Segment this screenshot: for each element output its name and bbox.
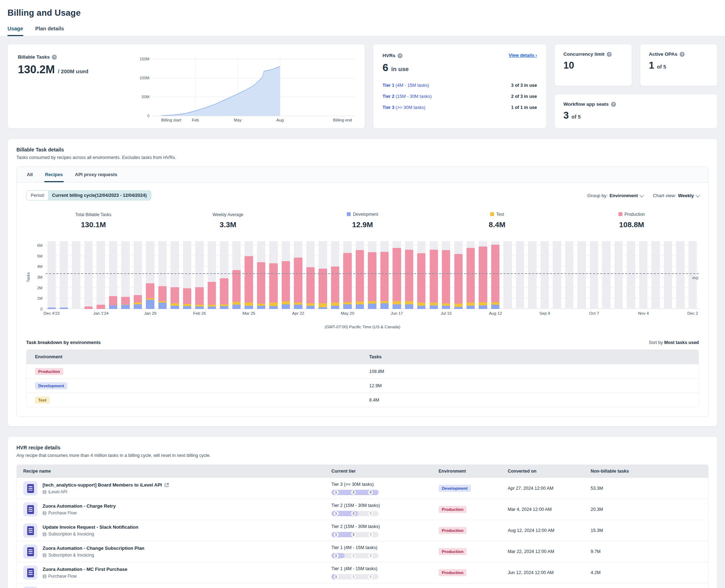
help-icon[interactable]: ? — [607, 52, 612, 57]
external-link-icon[interactable] — [164, 483, 169, 487]
week-background-band — [577, 241, 586, 309]
hvr-tier-link[interactable]: Tier 2 (15M - 30M tasks) — [383, 94, 431, 99]
stacked-bar[interactable] — [195, 287, 203, 309]
tab-all[interactable]: All — [26, 167, 34, 182]
week-slot — [650, 241, 662, 309]
stacked-bar[interactable] — [121, 297, 129, 309]
breakdown-row[interactable]: Development12.9M — [26, 378, 699, 393]
section-title: HVR recipe details — [16, 445, 709, 450]
recipe-table-row[interactable]: Zuora Automation - MC First PurchasePurc… — [17, 562, 708, 583]
stacked-bar[interactable] — [269, 263, 277, 309]
stacked-bar[interactable] — [294, 258, 302, 309]
bar-chart-y-axis: 6M5M4M3M2M1M0 — [33, 241, 45, 309]
stacked-bar[interactable] — [282, 261, 290, 309]
recipe-name-link[interactable]: [tech_analytics-support] Board Members t… — [43, 482, 169, 488]
recipe-name-link[interactable]: Zuora Automation - MC First Purchase — [43, 567, 127, 572]
stacked-bar[interactable] — [134, 295, 142, 309]
stacked-bar[interactable] — [84, 307, 93, 309]
area-chart-y-axis: 150M100M50M0 — [136, 55, 153, 120]
hvr-recipe-table: Recipe name Current tier Environment Con… — [16, 464, 709, 588]
breakdown-row[interactable]: Test8.4M — [26, 393, 699, 407]
recipe-table-row[interactable]: [tech_analytics-support] Board Members t… — [17, 478, 708, 499]
help-icon[interactable]: ? — [52, 55, 57, 60]
environment-badge: Production — [439, 506, 467, 513]
recipe-name-cell: Zuora Automation - Charge RetryPurchase … — [17, 502, 331, 517]
stacked-bar[interactable] — [430, 250, 438, 309]
help-icon[interactable]: ? — [680, 52, 685, 57]
recipe-name-cell: [tech_analytics-support] Board Members t… — [17, 481, 331, 495]
breakdown-environment-cell: Production — [26, 368, 369, 375]
tab-usage[interactable]: Usage — [8, 26, 23, 36]
bar-segment-development — [245, 306, 253, 309]
stat-label-text: Total Billable Tasks — [75, 212, 112, 217]
bar-segment-production — [417, 253, 425, 303]
stacked-bar[interactable] — [48, 308, 56, 309]
tab-plan-details[interactable]: Plan details — [35, 26, 64, 36]
bar-segment-production — [171, 287, 179, 303]
week-background-band — [651, 241, 660, 309]
stacked-bar[interactable] — [158, 286, 167, 309]
stacked-bar[interactable] — [232, 270, 241, 309]
week-slot — [612, 241, 625, 309]
stacked-bar[interactable] — [109, 296, 117, 309]
recipe-name-link[interactable]: Update Invoice Request - Slack Notificat… — [43, 524, 138, 530]
recipe-project: Purchase Flow — [43, 574, 127, 579]
stacked-bar[interactable] — [393, 248, 401, 309]
stacked-bar[interactable] — [442, 250, 450, 309]
stacked-bar[interactable] — [257, 262, 265, 309]
recipe-name-link[interactable]: Zuora Automation - Change Subscription P… — [43, 545, 144, 551]
stacked-bar[interactable] — [417, 253, 425, 309]
bar-segment-production — [183, 288, 191, 304]
stacked-bar[interactable] — [220, 278, 228, 309]
stacked-bar[interactable] — [245, 256, 253, 309]
help-icon[interactable]: ? — [398, 53, 403, 58]
stacked-bar[interactable] — [343, 253, 351, 309]
stacked-bar[interactable] — [380, 252, 389, 309]
bar-segment-test — [306, 303, 315, 306]
tab-api-proxy-requests[interactable]: API proxy requests — [74, 167, 118, 182]
bar-segment-development — [195, 307, 203, 309]
stacked-bar[interactable] — [454, 254, 463, 309]
recipe-table-row[interactable]: Zuora Automation - Charge RetryPurchase … — [17, 499, 708, 520]
week-slot — [440, 241, 452, 309]
stacked-bar[interactable] — [171, 287, 179, 309]
area-x-tick-label: Billing start — [161, 118, 181, 122]
stacked-bar[interactable] — [97, 305, 105, 309]
recipe-table-row[interactable]: Update Invoice Request - Slack Notificat… — [17, 520, 708, 541]
stacked-bar[interactable] — [491, 245, 499, 309]
stacked-bar[interactable] — [368, 252, 376, 309]
stacked-bar[interactable] — [60, 308, 68, 309]
column-tasks: Tasks — [369, 354, 699, 359]
week-background-band — [676, 241, 684, 309]
tab-recipes[interactable]: Recipes — [44, 167, 64, 182]
period-filter[interactable]: Period: Current billing cycle(12/04/2023… — [26, 190, 151, 200]
recipe-converted-cell: Apr 27, 2024 12:00 AM — [508, 486, 591, 491]
stacked-bar[interactable] — [405, 250, 413, 309]
sort-control[interactable]: Sort by Most tasks used — [649, 340, 699, 345]
stacked-bar[interactable] — [183, 288, 191, 309]
area-y-tick-label: 0 — [147, 114, 149, 118]
recipe-table-row[interactable]: Invoice Automation - Create InvoicesInvo… — [17, 583, 708, 588]
recipe-name-cell: Zuora Automation - MC First PurchasePurc… — [17, 565, 331, 580]
stacked-bar[interactable] — [467, 248, 475, 309]
hvr-tier-link[interactable]: Tier 1 (4M - 15M tasks) — [383, 83, 429, 88]
stacked-bar[interactable] — [479, 246, 487, 309]
column-non-billable-tasks: Non-billable tasks — [591, 469, 708, 474]
bar-segment-test — [245, 303, 253, 305]
view-details-link[interactable]: View details › — [509, 53, 537, 58]
hvr-tier-list: Tier 1 (4M - 15M tasks)3 of 3 in useTier… — [383, 83, 537, 110]
help-icon[interactable]: ? — [611, 102, 616, 107]
stacked-bar[interactable] — [208, 282, 216, 309]
hvr-tier-link[interactable]: Tier 3 (>= 30M tasks) — [383, 105, 425, 110]
stacked-bar[interactable] — [319, 269, 327, 309]
chart-view-dropdown[interactable]: Chart view: Weekly — [653, 193, 699, 198]
stacked-bar[interactable] — [356, 250, 364, 309]
bar-segment-development — [183, 306, 191, 309]
recipe-table-row[interactable]: Zuora Automation - Change Subscription P… — [17, 541, 708, 562]
group-by-dropdown[interactable]: Group by: Environment — [587, 193, 643, 198]
recipe-converted-cell: Aug 12, 2024 12:00 AM — [508, 528, 591, 533]
stacked-bar[interactable] — [146, 283, 154, 309]
hvrs-count: 6 in use — [383, 62, 409, 74]
recipe-name-link[interactable]: Zuora Automation - Charge Retry — [43, 503, 116, 509]
breakdown-row[interactable]: Production108.8M — [26, 364, 699, 378]
